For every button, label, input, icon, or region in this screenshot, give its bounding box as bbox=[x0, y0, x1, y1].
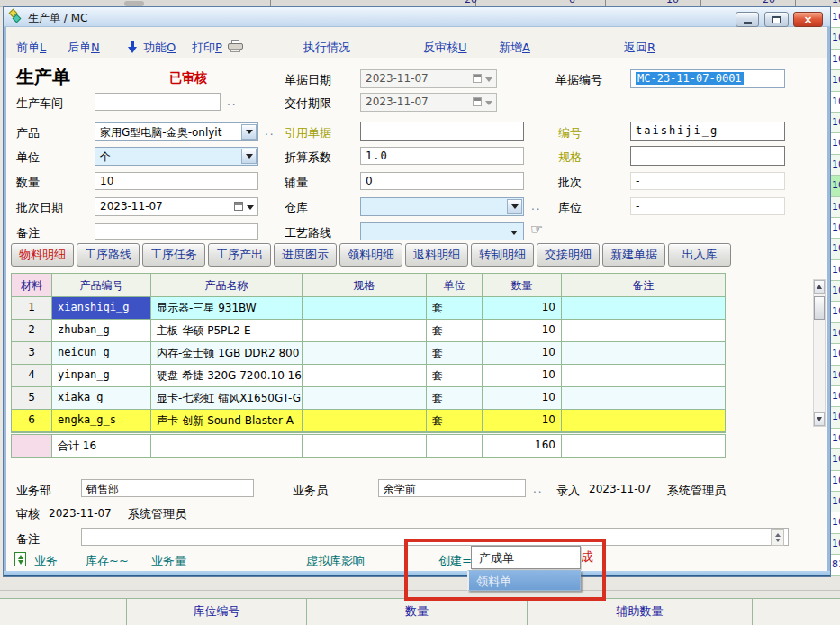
link-virtual-stock-impact[interactable]: 虚拟库影响 bbox=[306, 553, 365, 569]
prev-order-button[interactable]: 前单L bbox=[16, 40, 46, 56]
warehouse-lookup-dots[interactable]: .. bbox=[531, 200, 542, 213]
print-button[interactable]: 打印P bbox=[192, 40, 222, 56]
factor-input[interactable]: 1.0 bbox=[360, 147, 524, 165]
cell-qty[interactable]: 10 bbox=[483, 342, 562, 365]
aux-qty-input[interactable]: 0 bbox=[360, 172, 524, 190]
unit-dropdown[interactable]: 个 bbox=[95, 147, 258, 166]
tab-return-detail[interactable]: 退料明细 bbox=[405, 243, 468, 267]
chevron-down-icon[interactable] bbox=[241, 149, 257, 164]
tab-handover-detail[interactable]: 交接明细 bbox=[537, 243, 600, 267]
tab-in-out-stock[interactable]: 出入库 bbox=[668, 243, 731, 267]
cell-unit[interactable]: 套 bbox=[427, 365, 483, 387]
cell-no[interactable]: 5 bbox=[12, 387, 52, 410]
cell-no[interactable]: 2 bbox=[12, 320, 52, 342]
cell-spec[interactable] bbox=[303, 342, 427, 365]
scrollbar-thumb[interactable] bbox=[814, 296, 825, 320]
cell-name[interactable]: 硬盘-希捷 320G 7200.10 16 bbox=[151, 365, 303, 387]
agent-input[interactable]: 余学前 bbox=[378, 479, 526, 497]
tab-picking-detail[interactable]: 领料明细 bbox=[339, 243, 402, 267]
cell-no[interactable]: 1 bbox=[12, 297, 52, 320]
bottom-remark-input[interactable] bbox=[81, 528, 789, 546]
link-stock[interactable]: 库存~~ bbox=[86, 553, 129, 569]
qty-input[interactable]: 10 bbox=[95, 172, 258, 190]
minimize-button[interactable] bbox=[736, 12, 759, 27]
cell-spec[interactable] bbox=[303, 410, 427, 432]
chevron-down-icon[interactable] bbox=[241, 124, 257, 140]
doc-no-input[interactable]: MC-23-11-07-0001 bbox=[630, 69, 785, 88]
maximize-button[interactable] bbox=[764, 12, 789, 27]
tab-transfer-detail[interactable]: 转制明细 bbox=[471, 243, 534, 267]
tab-process-route[interactable]: 工序路线 bbox=[77, 243, 140, 267]
cell-name[interactable]: 内存-金士顿 1GB DDR2 800 bbox=[151, 342, 303, 365]
cell-remark[interactable] bbox=[562, 297, 725, 320]
tab-progress-chart[interactable]: 进度图示 bbox=[274, 243, 337, 267]
cell-code[interactable]: neicun_g bbox=[52, 342, 151, 365]
cell-name[interactable]: 显卡-七彩虹 镭风X1650GT-G bbox=[151, 387, 303, 410]
add-new-button[interactable]: 新增A bbox=[499, 40, 530, 56]
business-doc-icon[interactable] bbox=[14, 552, 26, 566]
dept-input[interactable]: 销售部 bbox=[81, 479, 254, 497]
tab-new-document[interactable]: 新建单据 bbox=[602, 243, 665, 267]
cell-spec[interactable] bbox=[303, 320, 427, 342]
tab-material-detail[interactable]: 物料明细 bbox=[11, 243, 74, 267]
calendar-icon[interactable] bbox=[234, 202, 243, 211]
cell-code[interactable]: engka_g_s bbox=[52, 410, 151, 432]
scroll-up-button[interactable] bbox=[814, 280, 825, 294]
cell-code[interactable]: xianshiqi_g bbox=[52, 297, 151, 320]
route-dropdown[interactable] bbox=[360, 222, 524, 240]
scroll-down-button[interactable] bbox=[814, 412, 825, 426]
cell-unit[interactable]: 套 bbox=[427, 387, 483, 410]
cell-no[interactable]: 3 bbox=[12, 342, 52, 365]
remark-spinner[interactable] bbox=[771, 529, 784, 546]
cell-remark[interactable] bbox=[562, 365, 725, 387]
cell-no[interactable]: 4 bbox=[12, 365, 52, 387]
create-dropdown-box[interactable]: 产成单 bbox=[471, 546, 581, 569]
cell-qty[interactable]: 10 bbox=[483, 297, 562, 320]
tab-process-task[interactable]: 工序任务 bbox=[142, 243, 205, 267]
printer-icon[interactable] bbox=[228, 40, 244, 52]
location-field[interactable]: - bbox=[630, 197, 785, 215]
chevron-down-icon[interactable] bbox=[510, 231, 518, 235]
cell-spec[interactable] bbox=[303, 297, 427, 320]
close-button[interactable]: × bbox=[793, 12, 823, 27]
next-order-button[interactable]: 后单N bbox=[68, 40, 100, 56]
cell-spec[interactable] bbox=[303, 387, 427, 410]
link-business[interactable]: 业务 bbox=[34, 553, 58, 569]
cell-name[interactable]: 显示器-三星 931BW bbox=[151, 297, 303, 320]
deadline-date-picker[interactable]: 2023-11-07 bbox=[360, 93, 497, 112]
exec-status-button[interactable]: 执行情况 bbox=[303, 40, 350, 56]
workshop-lookup-dots[interactable]: .. bbox=[227, 95, 238, 108]
cell-unit[interactable]: 套 bbox=[427, 342, 483, 365]
cell-qty[interactable]: 10 bbox=[483, 320, 562, 342]
create-dropdown-item-selected[interactable]: 领料单 bbox=[467, 570, 581, 591]
cell-unit[interactable]: 套 bbox=[427, 410, 483, 432]
cell-spec[interactable] bbox=[303, 365, 427, 387]
back-button[interactable]: 返回R bbox=[624, 40, 655, 56]
remark-input[interactable] bbox=[95, 223, 258, 240]
cell-qty[interactable]: 10 bbox=[483, 387, 562, 410]
title-bar[interactable]: 生产单 / MC bbox=[4, 7, 830, 27]
cell-remark[interactable] bbox=[562, 342, 725, 365]
batch-date-picker[interactable]: 2023-11-07 bbox=[95, 197, 258, 216]
cell-code[interactable]: xiaka_g bbox=[52, 387, 151, 410]
code-input[interactable]: taishiji_g bbox=[630, 122, 785, 141]
agent-lookup-dots[interactable]: .. bbox=[533, 483, 544, 495]
link-business-qty[interactable]: 业务量 bbox=[151, 553, 186, 569]
chevron-down-icon[interactable] bbox=[247, 205, 254, 210]
cell-qty[interactable]: 10 bbox=[483, 410, 562, 432]
cell-code[interactable]: yinpan_g bbox=[52, 365, 151, 387]
ref-doc-input[interactable] bbox=[360, 122, 524, 141]
unaudit-button[interactable]: 反审核U bbox=[423, 40, 467, 56]
cell-remark[interactable] bbox=[562, 387, 725, 410]
cell-remark[interactable] bbox=[562, 320, 725, 342]
table-scrollbar[interactable] bbox=[813, 279, 826, 427]
doc-date-picker[interactable]: 2023-11-07 bbox=[360, 69, 497, 88]
cell-unit[interactable]: 套 bbox=[427, 320, 483, 342]
cell-unit[interactable]: 套 bbox=[427, 297, 483, 320]
cell-qty[interactable]: 10 bbox=[483, 365, 562, 387]
cell-code[interactable]: zhuban_g bbox=[52, 320, 151, 342]
cell-name[interactable]: 主板-华硕 P5PL2-E bbox=[151, 320, 303, 342]
workshop-input[interactable] bbox=[95, 93, 221, 111]
cell-name[interactable]: 声卡-创新 Sound Blaster A bbox=[151, 410, 303, 432]
chevron-down-icon[interactable] bbox=[507, 199, 522, 214]
